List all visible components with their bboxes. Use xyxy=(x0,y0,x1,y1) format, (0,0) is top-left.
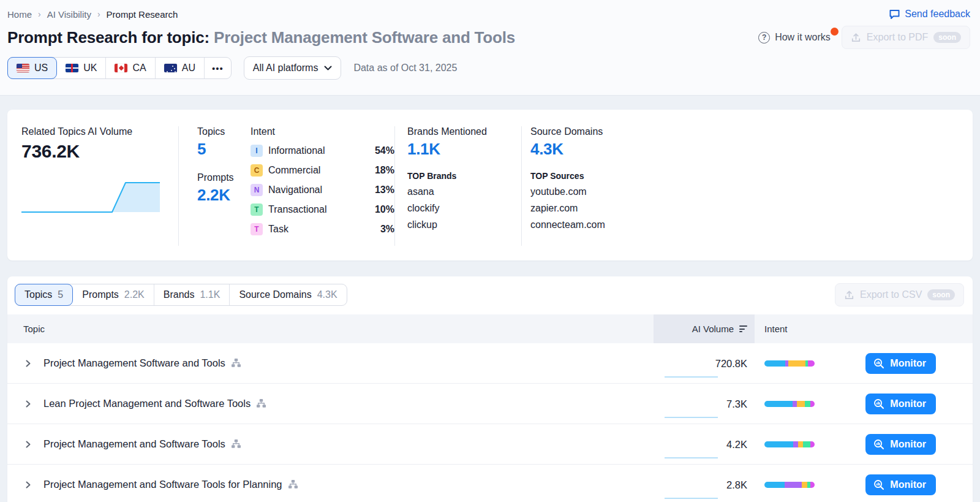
breadcrumb: Home › AI Visibility › Prompt Research xyxy=(7,9,178,20)
more-countries-button[interactable]: ••• xyxy=(205,58,231,78)
breadcrumb-separator: › xyxy=(97,9,100,19)
sitemap-icon xyxy=(288,479,298,489)
chevron-down-icon xyxy=(324,66,332,71)
volume-trend-line xyxy=(665,498,718,499)
intent-badge-transactional: T xyxy=(251,203,263,216)
tab-prompts[interactable]: Prompts2.2K xyxy=(73,284,154,305)
volume-trend-line xyxy=(665,417,718,418)
ai-platform-dropdown[interactable]: All AI platforms xyxy=(244,56,342,80)
topic-name[interactable]: Project Management Software and Tools xyxy=(43,357,241,369)
topic-name[interactable]: Project Management and Software Tools fo… xyxy=(43,479,298,490)
send-feedback-link[interactable]: Send feedback xyxy=(889,9,970,20)
top-brands-label: TOP Brands xyxy=(407,171,521,181)
breadcrumb-prompt-research: Prompt Research xyxy=(107,9,178,20)
country-tab-us[interactable]: US xyxy=(7,57,57,79)
monitor-button[interactable]: Monitor xyxy=(865,474,936,495)
upload-icon xyxy=(844,290,854,300)
column-header-topic[interactable]: Topic xyxy=(7,324,654,334)
monitor-magnifier-icon xyxy=(873,479,884,490)
table-row: Lean Project Management and Software Too… xyxy=(7,384,973,424)
table-row: Project Management and Software Tools 4.… xyxy=(7,424,973,465)
intent-item-commercial: C Commercial 18% xyxy=(251,164,394,177)
intent-distribution-bar xyxy=(764,482,815,488)
monitor-button[interactable]: Monitor xyxy=(865,434,936,455)
soon-badge: soon xyxy=(933,32,961,43)
intent-distribution-bar xyxy=(764,441,815,447)
intent-badge-task: T xyxy=(251,223,263,235)
top-brand-item: asana xyxy=(407,186,521,197)
page-header: Home › AI Visibility › Prompt Research S… xyxy=(0,0,980,96)
monitor-magnifier-icon xyxy=(873,398,884,409)
ai-volume-value: 7.3K xyxy=(726,398,747,409)
tab-brands[interactable]: Brands1.1K xyxy=(154,284,230,305)
top-sources-label: TOP Sources xyxy=(530,171,958,181)
brands-mentioned-value: 1.1K xyxy=(407,140,521,159)
us-flag-icon xyxy=(17,64,29,72)
country-tab-au[interactable]: AU xyxy=(156,58,205,78)
country-tab-ca[interactable]: CA xyxy=(106,58,155,78)
expand-row-chevron-icon[interactable] xyxy=(23,439,33,449)
column-header-intent: Intent xyxy=(755,324,973,334)
table-row: Project Management Software and Tools 72… xyxy=(7,343,973,384)
monitor-magnifier-icon xyxy=(873,358,884,369)
source-domains-label: Source Domains xyxy=(530,126,958,137)
page-title-topic: Project Management Software and Tools xyxy=(214,28,515,47)
expand-row-chevron-icon[interactable] xyxy=(23,359,33,368)
table-header: Topic AI Volume Intent xyxy=(7,314,973,343)
sitemap-icon xyxy=(231,439,241,449)
top-source-item: zapier.com xyxy=(530,203,958,214)
ai-volume-value: 4.2K xyxy=(726,438,747,450)
expand-row-chevron-icon[interactable] xyxy=(23,480,33,490)
topic-name[interactable]: Lean Project Management and Software Too… xyxy=(43,398,266,409)
sitemap-icon xyxy=(231,358,241,368)
feedback-bubble-icon xyxy=(889,9,900,20)
question-icon: ? xyxy=(758,32,770,44)
intent-distribution-bar xyxy=(764,360,815,367)
ai-volume-value: 720.8K xyxy=(715,357,747,369)
results-tab-group: Topics5 Prompts2.2K Brands1.1K Source Do… xyxy=(15,284,347,306)
page-title: Prompt Research for topic: Project Manag… xyxy=(7,28,515,47)
breadcrumb-home[interactable]: Home xyxy=(7,9,32,20)
topic-name[interactable]: Project Management and Software Tools xyxy=(43,438,241,450)
intent-item-navigational: N Navigational 13% xyxy=(251,184,394,196)
intent-distribution-bar xyxy=(764,401,815,407)
top-source-item: youtube.com xyxy=(530,186,958,197)
topics-label: Topics xyxy=(197,126,251,137)
country-selector: US UK CA AU ••• xyxy=(7,57,232,79)
tab-source-domains[interactable]: Source Domains4.3K xyxy=(230,284,346,305)
sort-descending-icon xyxy=(739,325,747,332)
volume-sparkline xyxy=(21,178,160,215)
intent-label: Intent xyxy=(251,126,394,137)
tab-topics[interactable]: Topics5 xyxy=(15,284,73,306)
country-tab-uk[interactable]: UK xyxy=(57,58,106,78)
prompts-value: 2.2K xyxy=(197,186,251,205)
column-header-ai-volume[interactable]: AI Volume xyxy=(654,314,755,343)
volume-trend-line xyxy=(665,376,718,378)
top-brand-item: clockify xyxy=(407,203,521,214)
intent-badge-informational: I xyxy=(251,145,263,157)
breadcrumb-separator: › xyxy=(38,9,41,19)
breadcrumb-ai-visibility[interactable]: AI Visibility xyxy=(47,9,91,20)
export-csv-button[interactable]: Export to CSV soon xyxy=(835,283,964,306)
sitemap-icon xyxy=(256,398,266,408)
intent-badge-navigational: N xyxy=(251,184,263,196)
related-volume-value: 736.2K xyxy=(21,141,178,162)
upload-icon xyxy=(851,32,861,43)
data-as-of-label: Data as of Oct 31, 2025 xyxy=(353,63,457,74)
prompts-label: Prompts xyxy=(197,172,251,183)
table-row: Project Management and Software Tools fo… xyxy=(7,465,973,502)
monitor-magnifier-icon xyxy=(873,439,884,450)
brands-mentioned-label: Brands Mentioned xyxy=(407,126,521,137)
intent-item-informational: I Informational 54% xyxy=(251,145,394,157)
source-domains-value: 4.3K xyxy=(530,140,958,159)
intent-item-transactional: T Transactional 10% xyxy=(251,203,394,216)
monitor-button[interactable]: Monitor xyxy=(865,394,936,414)
topics-value: 5 xyxy=(197,140,251,159)
how-it-works-button[interactable]: ? How it works xyxy=(758,32,831,44)
monitor-button[interactable]: Monitor xyxy=(865,353,936,374)
results-card: Topics5 Prompts2.2K Brands1.1K Source Do… xyxy=(7,276,973,502)
notification-dot xyxy=(831,28,839,36)
export-pdf-button[interactable]: Export to PDF soon xyxy=(842,26,970,49)
volume-trend-line xyxy=(665,457,718,458)
expand-row-chevron-icon[interactable] xyxy=(23,399,33,409)
